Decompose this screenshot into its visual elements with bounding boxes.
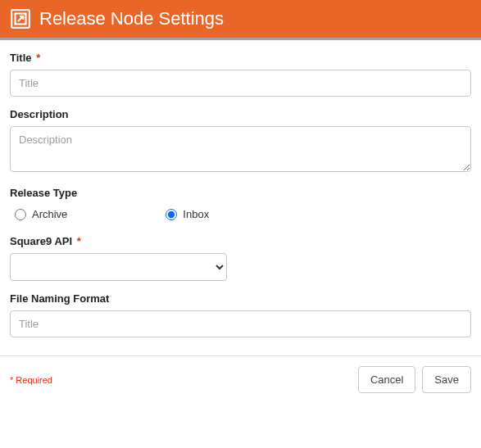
cancel-button[interactable]: Cancel	[358, 366, 415, 393]
field-description: Description	[10, 108, 471, 175]
title-input[interactable]	[10, 70, 471, 97]
radio-archive[interactable]	[15, 209, 26, 220]
field-square9-api: Square9 API *	[10, 235, 471, 281]
square9-api-select[interactable]	[10, 253, 227, 281]
title-label: Title *	[10, 52, 471, 64]
release-type-options: Archive Inbox	[10, 205, 471, 224]
required-indicator: *	[36, 52, 40, 64]
required-note: * Required	[10, 375, 52, 385]
title-label-text: Title	[10, 52, 32, 64]
description-input[interactable]	[10, 126, 471, 172]
radio-inbox-label: Inbox	[183, 208, 209, 220]
field-release-type: Release Type Archive Inbox	[10, 187, 471, 224]
dialog-title: Release Node Settings	[39, 8, 224, 29]
release-node-icon	[10, 8, 31, 29]
radio-option-archive[interactable]: Archive	[15, 208, 67, 220]
radio-archive-label: Archive	[32, 208, 67, 220]
file-naming-format-input[interactable]	[10, 310, 471, 337]
release-type-label: Release Type	[10, 187, 471, 199]
required-indicator: *	[77, 235, 81, 247]
square9-api-label-text: Square9 API	[10, 235, 72, 247]
square9-api-label: Square9 API *	[10, 235, 471, 247]
footer-buttons: Cancel Save	[358, 366, 471, 393]
radio-inbox[interactable]	[166, 209, 177, 220]
radio-option-inbox[interactable]: Inbox	[166, 208, 209, 220]
form-body: Title * Description Release Type Archive…	[0, 40, 481, 355]
save-button[interactable]: Save	[422, 366, 471, 393]
field-file-naming-format: File Naming Format	[10, 292, 471, 337]
field-title: Title *	[10, 52, 471, 97]
file-naming-format-label: File Naming Format	[10, 292, 471, 305]
dialog-footer: * Required Cancel Save	[0, 355, 481, 403]
description-label: Description	[10, 108, 471, 120]
dialog-header: Release Node Settings	[0, 0, 481, 40]
